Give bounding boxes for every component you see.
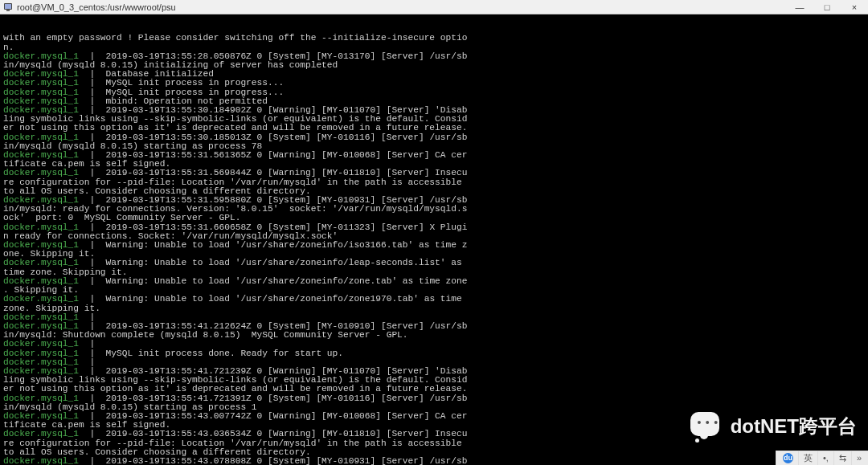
log-line: zone. Skipping it. — [3, 304, 865, 313]
app-icon — [2, 2, 14, 13]
ime-toolbar: du 英 •, ⇆ » — [776, 451, 868, 465]
log-line: docker.mysql_1 | Warning: Unable to load… — [3, 259, 865, 267]
log-line: in/mysqld: Shutdown complete (mysqld 8.0… — [3, 331, 865, 340]
svg-rect-2 — [6, 10, 10, 11]
log-line: docker.mysql_1 | Warning: Unable to load… — [3, 241, 865, 250]
log-line: docker.mysql_1 | Warning: Unable to load… — [3, 295, 865, 304]
svg-rect-1 — [5, 4, 11, 9]
ime-punct-button[interactable]: •, — [818, 451, 834, 465]
du-icon: du — [783, 453, 793, 463]
log-line: docker.mysql_1 | 2019-03-19T13:55:43.078… — [3, 457, 865, 465]
maximize-button[interactable]: □ — [813, 0, 841, 14]
log-line: docker.mysql_1 | Warning: Unable to load… — [3, 277, 865, 286]
ime-more-button[interactable]: » — [852, 451, 866, 465]
window-titlebar: root@VM_0_3_centos:/usr/wwwroot/psu — □ … — [0, 0, 868, 14]
log-line: with an empty password ! Please consider… — [3, 34, 865, 43]
ime-lang-button[interactable]: 英 — [799, 451, 818, 465]
window-title: root@VM_0_3_centos:/usr/wwwroot/psu — [17, 2, 176, 12]
log-line: docker.mysql_1 | MySQL init process done… — [3, 349, 865, 358]
ime-brand-button[interactable]: du — [778, 451, 799, 465]
terminal-output[interactable]: with an empty password ! Please consider… — [0, 14, 868, 465]
ime-switch-button[interactable]: ⇆ — [834, 451, 852, 465]
close-button[interactable]: × — [841, 0, 868, 14]
minimize-button[interactable]: — — [786, 0, 813, 14]
